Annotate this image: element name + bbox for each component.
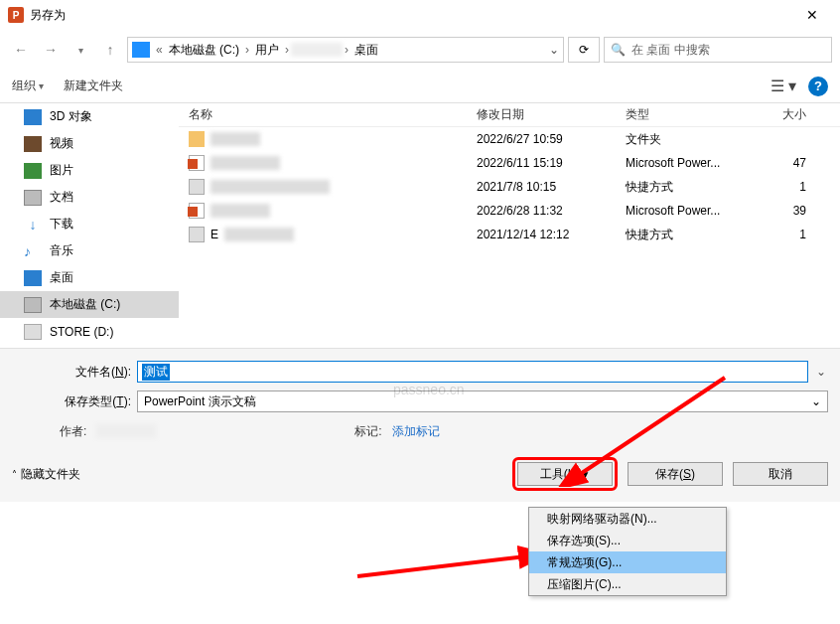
sidebar-item-store-d[interactable]: STORE (D:) — [0, 318, 179, 345]
annotation-arrow — [348, 537, 546, 586]
powerpoint-app-icon: P — [8, 7, 24, 23]
col-header-size[interactable]: 大小 — [765, 106, 814, 123]
col-header-modified[interactable]: 修改日期 — [477, 106, 626, 123]
sidebar-item-label: 下载 — [50, 216, 73, 233]
file-modified: 2022/6/28 11:32 — [477, 204, 626, 218]
sidebar-item-music[interactable]: ♪音乐 — [0, 237, 179, 264]
file-list[interactable]: 名称 修改日期 类型 大小 2022/6/27 10:59 文件夹 2022/6… — [179, 103, 840, 348]
save-button[interactable]: 保存(S) — [628, 462, 723, 486]
path-segment-user[interactable] — [291, 43, 343, 57]
cancel-button[interactable]: 取消 — [733, 462, 828, 486]
file-name-redacted — [224, 228, 294, 241]
hide-folders-toggle[interactable]: ˄ 隐藏文件夹 — [12, 466, 80, 483]
navigation-bar: ← → ▾ ↑ « 本地磁盘 (C:) › 用户 › › 桌面 ⌄ ⟳ 🔍 在 … — [0, 30, 840, 70]
sidebar-item-label: 视频 — [50, 135, 73, 152]
sidebar-item-local-disk-c[interactable]: 本地磁盘 (C:) — [0, 291, 179, 318]
search-placeholder: 在 桌面 中搜索 — [631, 42, 710, 59]
menu-item-compress-pictures[interactable]: 压缩图片(C)... — [529, 573, 726, 595]
file-type: 快捷方式 — [626, 179, 765, 196]
col-header-name[interactable]: 名称 — [179, 106, 477, 123]
filename-label: 文件名(N): — [12, 364, 131, 381]
sidebar-item-3dobjects[interactable]: 3D 对象 — [0, 103, 179, 130]
file-size: 39 — [765, 204, 814, 218]
svg-line-1 — [357, 556, 526, 576]
desktop-icon — [24, 270, 42, 286]
nav-up-button[interactable]: ↑ — [97, 37, 123, 63]
main-area: 3D 对象 视频 图片 文档 ↓下载 ♪音乐 桌面 本地磁盘 (C:) STOR… — [0, 103, 840, 348]
sidebar-item-label: 音乐 — [50, 242, 73, 259]
chevron-down-icon: ⌄ — [811, 394, 821, 408]
file-type: 快捷方式 — [626, 227, 765, 243]
filename-input[interactable]: 测试 — [137, 361, 808, 383]
save-type-value: PowerPoint 演示文稿 — [144, 393, 256, 410]
file-modified: 2022/6/27 10:59 — [477, 132, 626, 146]
nav-forward-button[interactable]: → — [38, 37, 64, 63]
path-dropdown-icon[interactable]: ⌄ — [549, 43, 559, 57]
author-value-redacted — [96, 424, 156, 438]
3d-objects-icon — [24, 109, 42, 125]
tools-dropdown-menu: 映射网络驱动器(N)... 保存选项(S)... 常规选项(G)... 压缩图片… — [528, 507, 727, 596]
path-segment[interactable]: 桌面 — [350, 42, 382, 59]
file-size: 1 — [765, 228, 814, 241]
menu-item-general-options[interactable]: 常规选项(G)... — [529, 551, 726, 573]
hide-folders-label: 隐藏文件夹 — [21, 466, 80, 483]
help-button[interactable]: ? — [808, 77, 828, 96]
filename-dropdown-icon[interactable]: ⌄ — [814, 365, 828, 379]
col-header-type[interactable]: 类型 — [626, 106, 765, 123]
table-row[interactable]: 2022/6/11 15:19 Microsoft Power... 47 — [179, 151, 840, 175]
path-segment[interactable]: 用户 — [251, 42, 283, 59]
nav-history-dropdown[interactable]: ▾ — [68, 37, 93, 63]
chevron-down-icon: ▼ — [580, 469, 590, 480]
menu-item-map-network-drive[interactable]: 映射网络驱动器(N)... — [529, 508, 726, 530]
sidebar-item-label: 图片 — [50, 162, 73, 179]
sidebar-item-label: 3D 对象 — [50, 108, 92, 125]
table-row[interactable]: E 2021/12/14 12:12 快捷方式 1 — [179, 223, 840, 246]
menu-item-save-options[interactable]: 保存选项(S)... — [529, 530, 726, 551]
action-bar: ˄ 隐藏文件夹 工具(L) ▼ 保存(S) 取消 — [0, 454, 840, 502]
table-row[interactable]: 2022/6/28 11:32 Microsoft Power... 39 — [179, 199, 840, 223]
save-type-label: 保存类型(T): — [12, 393, 131, 410]
caret-icon: ˄ — [12, 469, 17, 480]
sidebar-item-desktop[interactable]: 桌面 — [0, 264, 179, 291]
save-type-combo[interactable]: PowerPoint 演示文稿 ⌄ — [137, 390, 828, 412]
organize-button[interactable]: 组织 — [12, 78, 44, 94]
annotation-highlight-box: 工具(L) ▼ — [512, 457, 618, 491]
file-modified: 2021/12/14 12:12 — [477, 228, 626, 241]
file-modified: 2021/7/8 10:15 — [477, 180, 626, 194]
filename-value: 测试 — [142, 364, 170, 381]
disk-icon — [24, 324, 42, 340]
shortcut-icon — [189, 179, 205, 195]
tag-label: 标记: — [354, 423, 381, 440]
add-tag-link[interactable]: 添加标记 — [392, 423, 440, 440]
sidebar-item-pictures[interactable]: 图片 — [0, 157, 179, 184]
view-mode-button[interactable]: ☰ ▾ — [770, 77, 796, 95]
drive-icon — [132, 42, 150, 58]
pictures-icon — [24, 163, 42, 179]
window-title: 另存为 — [30, 7, 66, 24]
file-list-header[interactable]: 名称 修改日期 类型 大小 — [179, 103, 840, 127]
ppt-file-icon — [189, 155, 205, 171]
ppt-file-icon — [189, 203, 205, 219]
sidebar-item-videos[interactable]: 视频 — [0, 130, 179, 157]
sidebar-item-downloads[interactable]: ↓下载 — [0, 211, 179, 237]
folder-tree[interactable]: 3D 对象 视频 图片 文档 ↓下载 ♪音乐 桌面 本地磁盘 (C:) STOR… — [0, 103, 179, 348]
table-row[interactable]: 2021/7/8 10:15 快捷方式 1 — [179, 175, 840, 199]
tools-button[interactable]: 工具(L) ▼ — [517, 462, 613, 486]
file-name-redacted — [210, 132, 260, 146]
downloads-icon: ↓ — [24, 217, 42, 233]
author-label: 作者: — [60, 423, 86, 440]
sidebar-item-label: STORE (D:) — [50, 325, 113, 339]
documents-icon — [24, 190, 42, 206]
nav-back-button[interactable]: ← — [8, 37, 34, 63]
close-button[interactable]: ✕ — [792, 1, 832, 29]
path-segment[interactable]: 本地磁盘 (C:) — [165, 42, 243, 59]
sidebar-item-label: 桌面 — [50, 269, 73, 286]
sidebar-item-label: 文档 — [50, 189, 73, 206]
table-row[interactable]: 2022/6/27 10:59 文件夹 — [179, 127, 840, 151]
sidebar-item-documents[interactable]: 文档 — [0, 184, 179, 211]
file-modified: 2022/6/11 15:19 — [477, 156, 626, 170]
new-folder-button[interactable]: 新建文件夹 — [64, 78, 123, 94]
search-input[interactable]: 🔍 在 桌面 中搜索 — [604, 37, 832, 63]
refresh-button[interactable]: ⟳ — [568, 37, 600, 63]
address-bar[interactable]: « 本地磁盘 (C:) › 用户 › › 桌面 ⌄ — [127, 37, 564, 63]
